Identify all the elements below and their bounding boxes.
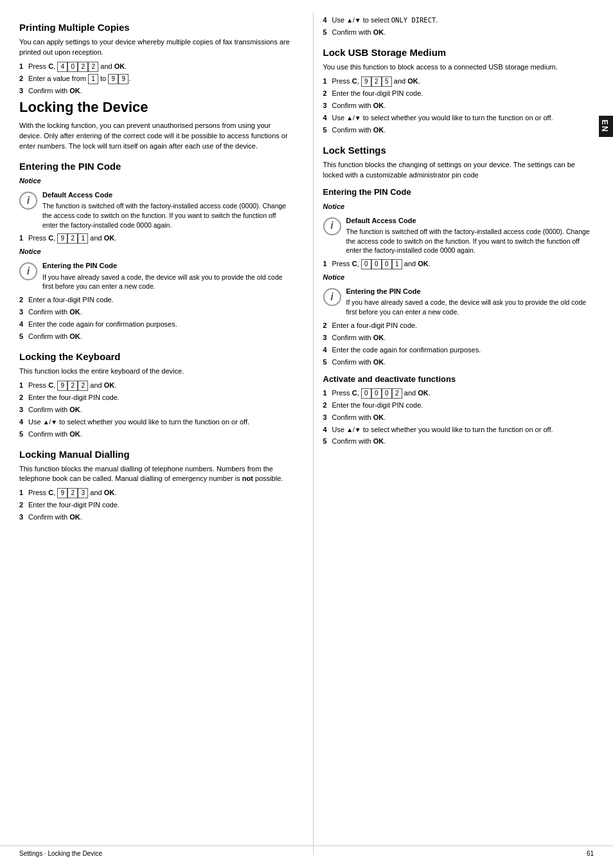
step-content: Press C, 923 and OK. [28, 488, 290, 498]
section-pin-title: Entering the PIN Code [19, 159, 290, 173]
section-lock-settings-intro: This function blocks the changing of set… [323, 160, 594, 181]
section-locking-title: Locking the Device [19, 99, 290, 116]
step-number: 1 [19, 381, 26, 390]
key-9: 9 [57, 488, 67, 498]
key-2: 2 [392, 388, 402, 399]
step-number: 4 [323, 113, 330, 123]
section-printing-title: Printing Multiple Copies [19, 21, 290, 34]
step-number: 3 [323, 413, 330, 422]
key-0a: 0 [361, 388, 371, 399]
section-keyboard-title: Locking the Keyboard [19, 350, 290, 363]
step-number: 3 [19, 86, 26, 96]
step-item: 2 Enter a value from 1 to 99. [19, 74, 290, 84]
key-2: 2 [67, 488, 78, 498]
key-1: 1 [392, 259, 402, 269]
step-item: 2 Enter the four-digit PIN code. [323, 89, 594, 99]
key-2b: 2 [88, 62, 98, 72]
step-item: 4 Use ▲/▼ to select whether you would li… [323, 113, 594, 123]
step-item: 3 Confirm with OK. [19, 405, 290, 415]
step-number: 2 [19, 295, 26, 305]
notice-text-right-2: If you have already saved a code, the de… [346, 298, 594, 316]
notice-text-2: If you have already saved a code, the de… [42, 273, 290, 291]
step-item: 3 Confirm with OK. [323, 101, 594, 111]
step-item: 1 Press C, 923 and OK. [19, 488, 290, 498]
key-9: 9 [57, 381, 67, 391]
step-content: Confirm with OK. [332, 357, 594, 368]
notice-title-right-2: Entering the PIN Code [346, 287, 594, 296]
key-1: 1 [78, 233, 88, 244]
step-item: 5 Confirm with OK. [19, 332, 290, 342]
pin-step1-list: 1 Press C, 921 and OK. [19, 233, 290, 244]
notice-box-default-access: i Default Access Code The function is sw… [19, 190, 290, 230]
notice-title-2: Entering the PIN Code [42, 261, 290, 271]
step-item: 4 Enter the code again for confirmation … [323, 345, 594, 356]
step-number: 4 [323, 15, 330, 25]
step-number: 2 [19, 393, 26, 402]
step-number: 3 [19, 512, 26, 522]
step-item: 1 Press C, 0001 and OK. [323, 259, 594, 269]
content-area: Printing Multiple Copies You can apply s… [0, 0, 613, 868]
key-2: 2 [78, 381, 88, 391]
step-content: Enter a value from 1 to 99. [28, 74, 290, 84]
step-item: 2 Enter a four-digit PIN code. [19, 295, 290, 305]
step-number: 3 [323, 333, 330, 343]
step-number: 1 [19, 62, 26, 71]
step-number: 2 [323, 321, 330, 330]
key-9: 9 [361, 77, 371, 87]
step-number: 3 [323, 101, 330, 111]
page-footer: Settings · Locking the Device 61 [0, 845, 613, 862]
step-content: Press C, 925 and OK. [332, 77, 594, 87]
step-number: 5 [323, 437, 330, 446]
step-content: Confirm with OK. [28, 332, 290, 342]
left-column: Printing Multiple Copies You can apply s… [19, 13, 300, 855]
notice-label-2: Notice [19, 247, 290, 257]
step-number: 1 [323, 259, 330, 269]
step-number: 5 [323, 28, 330, 37]
step-content: Enter the four-digit PIN code. [28, 393, 290, 403]
notice-text-right: The function is switched off with the fa… [346, 227, 594, 255]
step-content: Enter the code again for confirmation pu… [332, 345, 594, 356]
step-content: Confirm with OK. [332, 28, 594, 38]
step-content: Use ▲/▼ to select whether you would like… [332, 425, 594, 435]
section-usb-intro: You use this function to block access to… [323, 62, 594, 73]
step-number: 4 [323, 425, 330, 435]
step-content: Press C, 921 and OK. [28, 233, 290, 244]
step-item: 2 Enter the four-digit PIN code. [323, 401, 594, 411]
section-lock-settings-title: Lock Settings [323, 143, 594, 157]
notice-title-right: Default Access Code [346, 216, 594, 226]
step-content: Enter a four-digit PIN code. [28, 295, 290, 305]
key-9b: 9 [118, 74, 129, 84]
continued-steps: 4 Use ▲/▼ to select ONLY DIRECT. 5 Confi… [323, 15, 594, 38]
step-content: Confirm with OK. [332, 413, 594, 423]
step-content: Press C, 0001 and OK. [332, 259, 594, 269]
step-number: 1 [19, 233, 26, 243]
key-1: 1 [88, 74, 98, 84]
step-item: 3 Confirm with OK. [19, 512, 290, 523]
section-keyboard-intro: This function locks the entire keyboard … [19, 366, 290, 377]
keyboard-steps: 1 Press C, 922 and OK. 2 Enter the four-… [19, 381, 290, 440]
step-item: 2 Enter the four-digit PIN code. [19, 393, 290, 403]
key-4: 4 [57, 62, 67, 72]
step-number: 2 [323, 401, 330, 410]
step-item: 3 Confirm with OK. [19, 86, 290, 96]
step-number: 2 [323, 89, 330, 98]
notice-box-default-access-right: i Default Access Code The function is sw… [323, 216, 594, 255]
step-content: Confirm with OK. [28, 512, 290, 523]
step-number: 4 [323, 345, 330, 355]
pin-final-steps: 2 Enter a four-digit PIN code. 3 Confirm… [19, 295, 290, 342]
notice-label: Notice [19, 176, 290, 186]
step-content: Enter the code again for confirmation pu… [28, 320, 290, 330]
step-item: 4 Use ▲/▼ to select whether you would li… [323, 425, 594, 435]
step-number: 1 [323, 388, 330, 398]
step-item: 4 Use ▲/▼ to select whether you would li… [19, 417, 290, 428]
step-content: Use ▲/▼ to select ONLY DIRECT. [332, 15, 594, 26]
info-icon: i [19, 192, 37, 210]
notice-content-right: Default Access Code The function is swit… [346, 216, 594, 255]
key-2: 2 [67, 233, 78, 244]
section-printing-intro: You can apply settings to your device wh… [19, 37, 290, 58]
section-usb-title: Lock USB Storage Medium [323, 46, 594, 59]
notice-title: Default Access Code [42, 190, 290, 200]
step-number: 5 [323, 357, 330, 367]
footer-left-text: Settings · Locking the Device [19, 849, 102, 858]
key-9a: 9 [108, 74, 118, 84]
